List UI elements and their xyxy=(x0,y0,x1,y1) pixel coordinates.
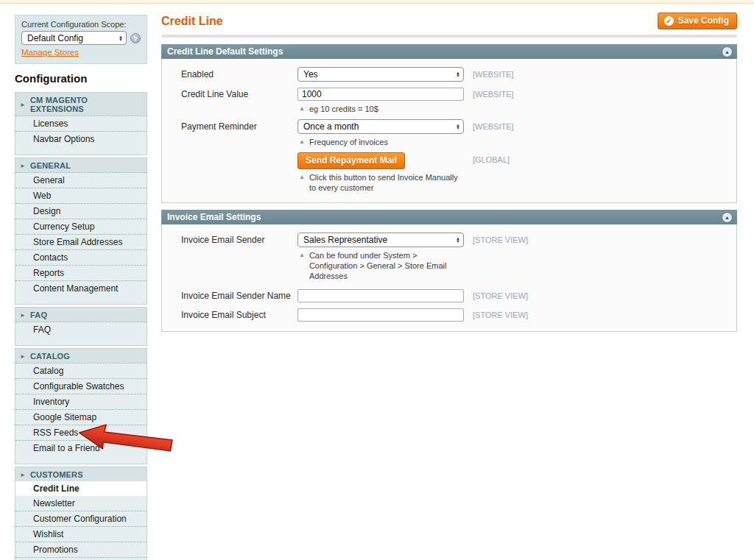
select-stepper-icon: ▲▼ xyxy=(456,71,460,77)
sidebar-item-web[interactable]: Web xyxy=(15,188,147,203)
scope-tag: [WEBSITE] xyxy=(473,87,514,99)
note-marker-icon: ▲ xyxy=(299,252,305,281)
sidebar-section-header-general[interactable]: ► GENERAL xyxy=(15,157,147,172)
sidebar-section-faq: ► FAQ FAQ xyxy=(15,307,147,346)
invoice-email-subject-input[interactable] xyxy=(297,308,464,322)
scope-tag: [GLOBAL] xyxy=(473,152,510,164)
field-note: Can be found under System > Configuratio… xyxy=(309,250,464,281)
sidebar-section-header-faq[interactable]: ► FAQ xyxy=(15,307,147,322)
sidebar-section-catalog: ► CATALOG Catalog Configurable Swatches … xyxy=(15,348,147,464)
sidebar-item-navbar-options[interactable]: Navbar Options xyxy=(15,131,147,146)
field-enabled: Enabled Yes ▲▼ [WEBSITE] xyxy=(181,67,723,82)
field-payment-reminder: Payment Reminder Once a month ▲▼ ▲ Frequ… xyxy=(181,119,723,147)
sidebar-item-persistent-shopping-cart[interactable]: Persistent Shopping Cart xyxy=(15,557,147,560)
field-send-repayment-mail: Send Repayment Mail ▲ Click this button … xyxy=(181,152,723,193)
manage-stores-link[interactable]: Manage Stores xyxy=(21,48,79,57)
scope-tag: [STORE VIEW] xyxy=(473,288,528,300)
panel-invoice-email-settings: Invoice Email Settings ▲ Invoice Email S… xyxy=(161,210,737,332)
main-content: Credit Line ✓ Save Config Credit Line De… xyxy=(161,13,737,332)
field-invoice-email-subject: Invoice Email Subject [STORE VIEW] xyxy=(181,308,723,322)
sidebar-item-credit-line[interactable]: Credit Line xyxy=(15,481,147,496)
select-stepper-icon: ▲▼ xyxy=(456,124,460,130)
sidebar-item-promotions[interactable]: Promotions xyxy=(15,542,147,557)
scope-label: Current Configuration Scope: xyxy=(21,20,141,29)
scope-tag: [STORE VIEW] xyxy=(473,308,528,319)
sidebar-section-customers: ► CUSTOMERS Credit Line Newsletter Custo… xyxy=(15,467,147,560)
sidebar-item-reports[interactable]: Reports xyxy=(15,265,147,280)
sidebar: Current Configuration Scope: Default Con… xyxy=(15,15,147,560)
sidebar-section-header-catalog[interactable]: ► CATALOG xyxy=(15,348,147,363)
field-note: Click this button to send Invoice Manual… xyxy=(309,172,464,193)
field-invoice-email-sender-name: Invoice Email Sender Name [STORE VIEW] xyxy=(181,288,723,302)
sidebar-section-general: ► GENERAL General Web Design Currency Se… xyxy=(15,157,147,305)
sidebar-item-catalog[interactable]: Catalog xyxy=(15,363,147,378)
scope-select-value: Default Config xyxy=(27,33,116,43)
enabled-select[interactable]: Yes ▲▼ xyxy=(297,67,464,82)
scope-select[interactable]: Default Config ▲▼ xyxy=(21,31,127,45)
page-title: Credit Line xyxy=(161,13,223,28)
sidebar-item-licenses[interactable]: Licenses xyxy=(15,116,147,131)
scope-tag: [WEBSITE] xyxy=(473,67,514,79)
sidebar-section-cm-magento-extensions: ► CM MAGENTO EXTENSIONS Licenses Navbar … xyxy=(15,92,147,155)
field-note: eg 10 credits = 10$ xyxy=(309,104,378,114)
sidebar-item-configurable-swatches[interactable]: Configurable Swatches xyxy=(15,378,147,394)
sidebar-item-email-to-a-friend[interactable]: Email to a Friend xyxy=(15,440,147,456)
sidebar-section-header-customers[interactable]: ► CUSTOMERS xyxy=(15,467,147,481)
chevron-right-icon: ► xyxy=(20,353,26,360)
send-repayment-mail-button[interactable]: Send Repayment Mail xyxy=(297,152,405,169)
sidebar-item-faq[interactable]: FAQ xyxy=(15,322,147,337)
sidebar-item-customer-configuration[interactable]: Customer Configuration xyxy=(15,511,147,526)
field-credit-line-value: Credit Line Value ▲ eg 10 credits = 10$ … xyxy=(181,87,723,114)
sidebar-item-rss-feeds[interactable]: RSS Feeds xyxy=(15,425,147,440)
sidebar-item-inventory[interactable]: Inventory xyxy=(15,394,147,409)
scope-tag: [STORE VIEW] xyxy=(473,233,528,244)
note-marker-icon: ▲ xyxy=(299,174,305,193)
credit-line-value-input[interactable] xyxy=(297,88,464,101)
collapse-icon[interactable]: ▲ xyxy=(722,46,733,57)
select-stepper-icon: ▲▼ xyxy=(119,35,123,41)
chevron-right-icon: ► xyxy=(20,102,26,108)
save-config-button[interactable]: ✓ Save Config xyxy=(658,13,737,29)
field-note: Frequency of invoices xyxy=(309,137,388,147)
note-marker-icon: ▲ xyxy=(299,105,305,114)
sidebar-item-contacts[interactable]: Contacts xyxy=(15,249,147,265)
sidebar-section-header-cm-magento-extensions[interactable]: ► CM MAGENTO EXTENSIONS xyxy=(15,92,147,116)
sidebar-item-google-sitemap[interactable]: Google Sitemap xyxy=(15,409,147,425)
select-stepper-icon: ▲▼ xyxy=(456,237,460,243)
top-accent-band xyxy=(0,0,754,4)
sidebar-item-store-email-addresses[interactable]: Store Email Addresses xyxy=(15,234,147,249)
sidebar-item-design[interactable]: Design xyxy=(15,203,147,219)
check-circle-icon: ✓ xyxy=(664,16,674,26)
header-divider xyxy=(161,35,737,38)
help-icon[interactable]: ? xyxy=(130,33,141,43)
panel-header-invoice-email-settings[interactable]: Invoice Email Settings ▲ xyxy=(161,210,737,224)
sidebar-item-newsletter[interactable]: Newsletter xyxy=(15,496,147,511)
note-marker-icon: ▲ xyxy=(299,138,305,147)
configuration-scope-box: Current Configuration Scope: Default Con… xyxy=(15,15,147,64)
panel-header-credit-line-default-settings[interactable]: Credit Line Default Settings ▲ xyxy=(161,44,737,59)
sidebar-title: Configuration xyxy=(15,72,147,85)
chevron-right-icon: ► xyxy=(20,163,26,169)
sidebar-item-wishlist[interactable]: Wishlist xyxy=(15,526,147,542)
invoice-email-sender-name-input[interactable] xyxy=(297,289,464,302)
sidebar-item-currency-setup[interactable]: Currency Setup xyxy=(15,219,147,234)
invoice-email-sender-select[interactable]: Sales Representative ▲▼ xyxy=(297,233,464,247)
collapse-icon[interactable]: ▲ xyxy=(722,212,733,223)
sidebar-item-content-management[interactable]: Content Management xyxy=(15,280,147,296)
panel-credit-line-default-settings: Credit Line Default Settings ▲ Enabled Y… xyxy=(161,44,737,203)
chevron-right-icon: ► xyxy=(20,312,26,319)
chevron-right-icon: ► xyxy=(20,472,26,478)
field-invoice-email-sender: Invoice Email Sender Sales Representativ… xyxy=(181,233,723,281)
payment-reminder-select[interactable]: Once a month ▲▼ xyxy=(297,119,464,134)
sidebar-item-general[interactable]: General xyxy=(15,172,147,188)
scope-tag: [WEBSITE] xyxy=(473,119,514,131)
